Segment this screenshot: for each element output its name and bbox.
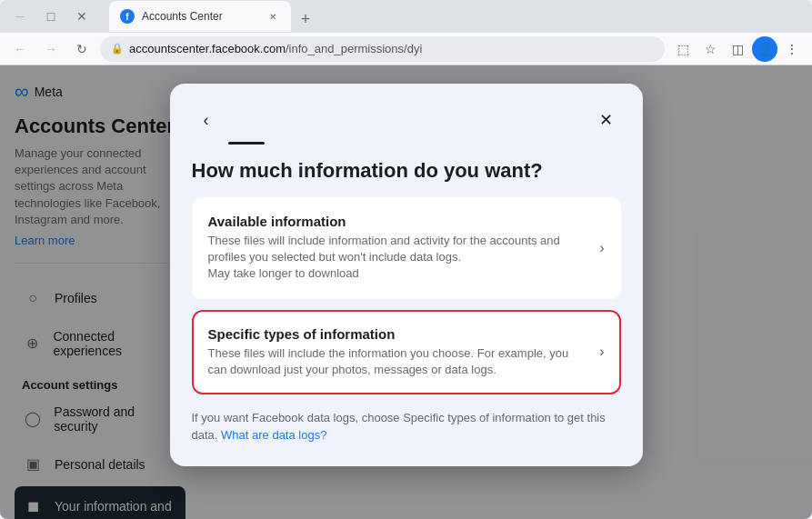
available-info-title: Available information — [208, 214, 589, 229]
specific-types-text: Specific types of information These file… — [208, 326, 589, 378]
available-info-note: May take longer to download — [208, 265, 589, 282]
url-text: accountscenter.facebook.com/info_and_per… — [129, 42, 422, 55]
modal-title: How much information do you want? — [192, 159, 621, 183]
new-tab-button[interactable]: + — [293, 6, 318, 32]
specific-types-title: Specific types of information — [208, 326, 589, 342]
available-info-text: Available information These files will i… — [208, 214, 589, 283]
tab-close-btn[interactable]: ✕ — [266, 9, 280, 24]
refresh-button[interactable]: ↻ — [69, 36, 95, 62]
specific-types-desc: These files will include the information… — [208, 345, 589, 378]
window-minimize-btn[interactable]: ─ — [7, 4, 33, 29]
modal-close-button[interactable]: ✕ — [592, 105, 621, 135]
url-lock-icon: 🔒 — [111, 43, 124, 55]
specific-types-chevron-icon: › — [599, 344, 604, 360]
modal-dialog: ‹ ✕ How much information do you want? Av… — [170, 84, 643, 466]
page-content: ∞ Meta Accounts Center Manage your conne… — [0, 65, 812, 519]
specific-types-option[interactable]: Specific types of information These file… — [192, 310, 621, 394]
tab-favicon-icon: f — [120, 9, 135, 24]
window-close-btn[interactable]: ✕ — [69, 4, 95, 29]
available-info-desc: These files will include information and… — [208, 233, 589, 265]
modal-back-button[interactable]: ‹ — [192, 105, 221, 135]
browser-actions: ⬚ ☆ ◫ 👤 ⋮ — [670, 36, 805, 62]
available-info-chevron-icon: › — [599, 240, 604, 256]
tab-title-label: Accounts Center — [142, 10, 258, 23]
data-logs-link[interactable]: What are data logs? — [221, 428, 326, 442]
modal-divider — [228, 142, 265, 145]
modal-header: ‹ ✕ — [192, 105, 621, 135]
window-maximize-btn[interactable]: □ — [38, 4, 64, 29]
back-button[interactable]: ← — [7, 36, 33, 62]
modal-overlay: ‹ ✕ How much information do you want? Av… — [0, 65, 812, 519]
split-btn[interactable]: ◫ — [725, 36, 750, 62]
forward-button[interactable]: → — [38, 36, 64, 62]
url-bar[interactable]: 🔒 accountscenter.facebook.com/info_and_p… — [100, 36, 665, 62]
bookmark-btn[interactable]: ☆ — [697, 36, 723, 62]
cast-btn[interactable]: ⬚ — [670, 36, 696, 62]
profile-btn[interactable]: 👤 — [752, 36, 777, 62]
modal-footer: If you want Facebook data logs, choose S… — [192, 409, 621, 444]
active-tab[interactable]: f Accounts Center ✕ — [109, 1, 291, 32]
title-bar: ─ □ ✕ f Accounts Center ✕ + — [0, 0, 812, 33]
available-information-option[interactable]: Available information These files will i… — [192, 197, 621, 299]
menu-btn[interactable]: ⋮ — [779, 36, 805, 62]
window-controls: ─ □ ✕ — [7, 4, 95, 29]
browser-window: ─ □ ✕ f Accounts Center ✕ + ← — [0, 0, 812, 519]
address-bar: ← → ↻ 🔒 accountscenter.facebook.com/info… — [0, 33, 812, 65]
tab-bar: f Accounts Center ✕ + — [102, 1, 326, 32]
